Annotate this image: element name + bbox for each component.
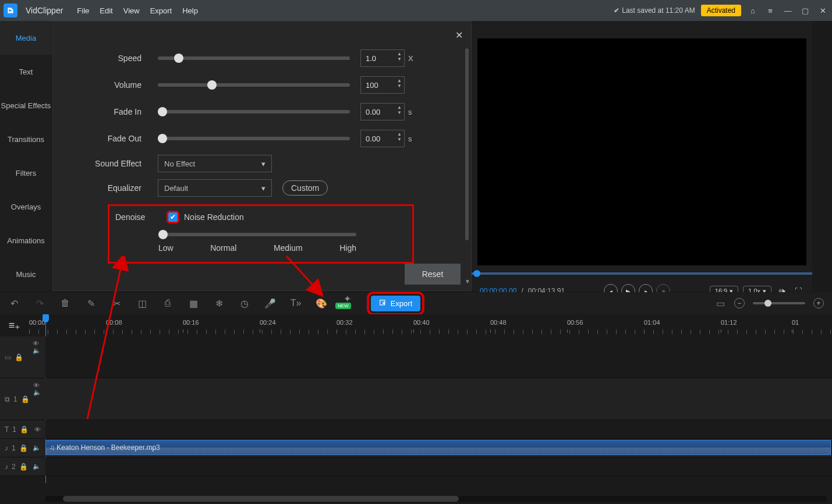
sidebar-item-special-effects[interactable]: Special Effects [0,88,52,122]
ruler-mark: 01:04 [644,319,660,326]
eye-icon[interactable]: 👁🔈 [33,340,41,354]
soundeffect-select[interactable]: No Effect▾ [158,155,272,172]
close-icon[interactable]: ✕ [455,30,463,41]
sidebar-item-media[interactable]: Media [0,21,52,55]
denoise-tick-low: Low [158,243,174,253]
sidebar-item-music[interactable]: Music [0,257,52,291]
text-track-head[interactable]: T1 🔒 👁 [0,420,45,438]
reset-button[interactable]: Reset [405,264,461,285]
activated-badge[interactable]: Activated [701,5,741,16]
fadein-unit: s [408,108,412,116]
custom-button[interactable]: Custom [282,180,328,196]
timeline-scrollbar[interactable] [45,496,826,502]
fadein-input[interactable]: 0.00▲▼ [360,103,405,120]
delete-icon[interactable]: 🗑 [59,297,71,309]
eye-icon[interactable]: 👁🔈 [33,382,41,396]
lock-icon[interactable]: 🔒 [20,425,29,434]
hamburger-icon[interactable]: ≡ [764,6,776,15]
ruler-mark: 00:40 [413,319,430,326]
zoom-out-icon[interactable]: − [734,298,745,308]
maximize-icon[interactable]: ▢ [799,6,811,15]
time-ruler[interactable]: 00:00 00:08 00:16 00:24 00:32 00:40 00:4… [29,314,832,336]
preview-playhead[interactable] [473,270,480,277]
zoom-slider[interactable] [753,302,805,304]
fadeout-slider[interactable] [158,137,350,140]
speed-slider[interactable] [158,56,350,60]
video-track-icon: ▭ [5,353,11,361]
sidebar: Media Text Special Effects Transitions F… [0,21,52,291]
svg-rect-0 [380,300,384,305]
lock-icon[interactable]: 🔒 [19,444,28,452]
home-icon[interactable]: ⌂ [747,6,759,15]
caption-icon[interactable]: ▭ [714,297,726,309]
volume-label: Volume [53,80,158,90]
menu-file[interactable]: File [77,6,89,15]
close-icon[interactable]: ✕ [817,6,829,15]
lock-icon[interactable]: 🔒 [15,353,23,361]
audio-clip[interactable]: ♫ Keaton Henson - Beekeeper.mp3 [45,440,831,455]
fadeout-unit: s [408,134,412,143]
overlay-track-icon: ⧉ [5,395,10,403]
music-track-1-head[interactable]: ♪1 🔒 🔈 [0,439,45,457]
sidebar-item-filters[interactable]: Filters [0,156,52,190]
overlay-track-head[interactable]: ⧉1 🔒 👁🔈 [0,378,45,420]
split-icon[interactable]: ⎙ [162,297,174,309]
cut-icon[interactable]: ✂ [111,297,122,309]
menu-edit[interactable]: Edit [100,6,112,15]
ruler-mark: 00:48 [490,319,507,326]
lock-icon[interactable]: 🔒 [19,463,28,471]
color-icon[interactable]: 🎨 [316,297,327,309]
eye-icon[interactable]: 👁 [34,426,41,433]
noise-reduction-checkbox[interactable]: ✔ [168,212,178,222]
ruler-mark: 01:12 [721,319,737,326]
volume-input[interactable]: 100▲▼ [360,76,405,94]
sidebar-item-overlays[interactable]: Overlays [0,190,52,223]
video-track-head[interactable]: ▭ 🔒 👁🔈 [0,336,45,378]
equalizer-select[interactable]: Default▾ [158,179,272,197]
menu-view[interactable]: View [123,6,140,15]
speaker-icon[interactable]: 🔈 [33,463,41,470]
lock-icon[interactable]: 🔒 [21,395,30,403]
menu-help[interactable]: Help [182,6,198,15]
sidebar-item-animations[interactable]: Animations [0,223,52,257]
export-button[interactable]: Export [371,296,421,311]
undo-icon[interactable]: ↶ [8,297,20,309]
speed-label: Speed [53,54,158,63]
mosaic-icon[interactable]: ▦ [187,297,199,309]
fadein-slider[interactable] [158,110,350,113]
zoom-in-icon[interactable]: + [813,298,824,308]
ruler-mark: 01 [792,319,799,326]
menu-export[interactable]: Export [150,6,172,15]
text-to-speech-icon[interactable]: T» [290,297,302,309]
minimize-icon[interactable]: — [782,6,794,15]
ruler-mark: 00:16 [183,319,199,326]
crop-icon[interactable]: ◫ [136,297,148,309]
denoise-tick-medium: Medium [274,243,303,253]
fadeout-input[interactable]: 0.00▲▼ [360,130,405,147]
music-track-2-head[interactable]: ♪2 🔒 🔈 [0,457,45,475]
sidebar-item-transitions[interactable]: Transitions [0,122,52,156]
add-track-icon[interactable]: ≡₊ [0,319,29,332]
preview-video[interactable] [477,38,806,265]
scroll-down-icon[interactable]: ▼ [465,278,470,285]
duration-icon[interactable]: ◷ [239,297,250,309]
music-track-icon: ♪ [5,463,8,471]
speaker-icon[interactable]: 🔈 [33,444,41,452]
properties-panel: ✕ ▼ Speed 1.0▲▼ X Volume 100▲▼ Fade In 0… [52,21,472,291]
ruler-mark: 00:56 [567,319,583,326]
speed-input[interactable]: 1.0▲▼ [360,49,405,67]
last-saved: ✔ Last saved at 11:20 AM [614,6,695,15]
freeze-icon[interactable]: ❄ [213,297,225,309]
fadeout-label: Fade Out [53,134,158,143]
sidebar-item-text[interactable]: Text [0,55,52,88]
text-track-icon: T [5,425,9,434]
volume-slider[interactable] [158,83,350,87]
redo-icon[interactable]: ↷ [34,297,45,309]
text-track: T1 🔒 👁 [0,420,832,439]
edit-icon[interactable]: ✎ [85,297,97,309]
denoise-slider[interactable] [158,233,356,236]
fadein-label: Fade In [53,107,158,116]
preview-seekbar[interactable] [472,272,812,275]
voiceover-icon[interactable]: 🎤 [264,297,276,309]
menubar: File Edit View Export Help [77,6,198,15]
